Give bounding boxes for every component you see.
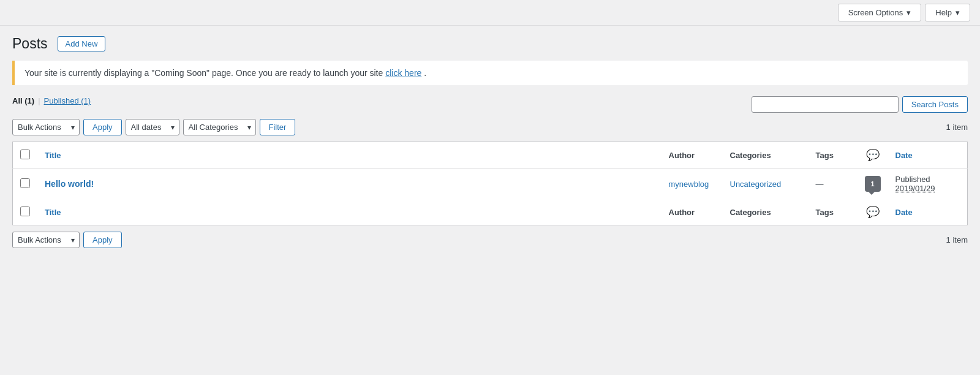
bottom-item-count: 1 item <box>946 235 968 244</box>
apply-button-top[interactable]: Apply <box>83 119 122 135</box>
notice-link[interactable]: click here <box>385 68 421 78</box>
search-input[interactable] <box>752 96 899 113</box>
footer-categories: Categories <box>723 199 809 225</box>
help-label: Help <box>935 8 952 17</box>
top-item-count: 1 item <box>946 123 968 132</box>
category-link-0[interactable]: Uncategorized <box>730 180 782 189</box>
table-footer-row: Title Author Categories Tags 💬 Date <box>13 199 968 225</box>
help-chevron: ▾ <box>956 8 960 17</box>
row-checkbox-cell <box>13 169 38 200</box>
top-tablenav: Bulk Actions Apply All dates All Categor… <box>12 119 968 135</box>
search-posts-button[interactable]: Search Posts <box>902 96 968 113</box>
footer-author: Author <box>662 199 723 225</box>
date-status-0: Published <box>895 175 960 184</box>
screen-options-label: Screen Options <box>848 8 903 17</box>
all-dates-wrap: All dates <box>126 119 179 135</box>
notice-text-end: . <box>424 68 426 78</box>
date-value-0: 2019/01/29 <box>895 184 960 193</box>
footer-checkbox-cell <box>13 199 38 225</box>
subnav-row: All (1) | Published (1) Search Posts <box>12 96 968 113</box>
filter-all-link[interactable]: All (1) <box>12 96 34 105</box>
header-title[interactable]: Title <box>37 142 662 169</box>
row-comments-cell: 1 <box>858 169 888 200</box>
footer-title[interactable]: Title <box>37 199 662 225</box>
page-wrap: Posts Add New Your site is currently dis… <box>0 26 980 260</box>
all-categories-wrap: All Categories <box>183 119 256 135</box>
row-tags-cell: — <box>809 169 858 200</box>
filter-published-link[interactable]: Published (1) <box>44 96 91 105</box>
sep: | <box>38 96 40 105</box>
page-header: Posts Add New <box>12 36 968 52</box>
header-categories: Categories <box>723 142 809 169</box>
comment-footer-icon: 💬 <box>866 206 880 218</box>
subsubsub: All (1) | Published (1) <box>12 96 91 105</box>
footer-tags: Tags <box>809 199 858 225</box>
bottom-tablenav: Bulk Actions Apply 1 item <box>12 232 968 248</box>
table-header-row: Title Author Categories Tags 💬 Date <box>13 142 968 169</box>
notice-bar: Your site is currently displaying a "Com… <box>12 61 968 85</box>
row-author-cell: mynewblog <box>662 169 723 200</box>
select-all-checkbox[interactable] <box>20 150 30 159</box>
row-title-cell: Hello world! <box>37 169 662 200</box>
bulk-actions-wrap-top: Bulk Actions <box>12 119 80 135</box>
bulk-actions-select-top[interactable]: Bulk Actions <box>12 119 80 135</box>
header-comments: 💬 <box>858 142 888 169</box>
row-categories-cell: Uncategorized <box>723 169 809 200</box>
posts-table: Title Author Categories Tags 💬 Date Hell… <box>12 142 968 225</box>
all-categories-select[interactable]: All Categories <box>183 119 256 135</box>
header-tags: Tags <box>809 142 858 169</box>
all-dates-select[interactable]: All dates <box>126 119 179 135</box>
screen-options-chevron: ▾ <box>907 8 911 17</box>
header-author: Author <box>662 142 723 169</box>
footer-date[interactable]: Date <box>888 199 968 225</box>
row-date-cell: Published 2019/01/29 <box>888 169 968 200</box>
footer-comments: 💬 <box>858 199 888 225</box>
select-all-checkbox-footer[interactable] <box>20 206 30 216</box>
author-link-0[interactable]: mynewblog <box>669 180 709 189</box>
header-date[interactable]: Date <box>888 142 968 169</box>
search-area: Search Posts <box>752 96 968 113</box>
screen-options-button[interactable]: Screen Options ▾ <box>838 4 922 21</box>
comment-bubble-0[interactable]: 1 <box>865 176 881 192</box>
notice-text: Your site is currently displaying a "Com… <box>24 68 385 78</box>
top-bar: Screen Options ▾ Help ▾ <box>0 0 980 26</box>
apply-button-bottom[interactable]: Apply <box>83 232 122 248</box>
bulk-actions-select-bottom[interactable]: Bulk Actions <box>12 232 80 248</box>
header-checkbox-cell <box>13 142 38 169</box>
post-title-link-0[interactable]: Hello world! <box>45 179 94 189</box>
row-checkbox-0[interactable] <box>20 178 30 188</box>
comment-header-icon: 💬 <box>866 149 880 161</box>
page-title: Posts <box>12 36 48 52</box>
filter-button[interactable]: Filter <box>260 119 296 135</box>
row-tags-value-0: — <box>816 180 824 189</box>
bulk-actions-wrap-bottom: Bulk Actions <box>12 232 80 248</box>
table-row: Hello world! mynewblog Uncategorized — 1… <box>13 169 968 200</box>
add-new-button[interactable]: Add New <box>58 36 106 51</box>
help-button[interactable]: Help ▾ <box>925 4 970 21</box>
